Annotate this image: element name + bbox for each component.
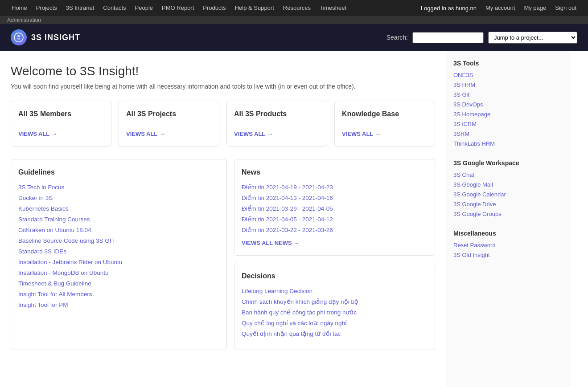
card-projects-title: All 3S Projects — [126, 110, 212, 118]
nav-intranet[interactable]: 3S Intranet — [62, 0, 99, 16]
search-input[interactable] — [412, 32, 484, 43]
sidebar-tool-3srm[interactable]: 3SRM — [453, 130, 469, 137]
sidebar-misc-oldinsight[interactable]: 3S Old Insight — [453, 252, 490, 258]
card-products: All 3S Products VIEWS ALL → — [226, 101, 327, 147]
news-title: News — [242, 168, 428, 176]
guideline-item-1[interactable]: Docker in 3S — [18, 195, 53, 201]
nav-home[interactable]: Home — [7, 0, 32, 16]
decision-item-3[interactable]: Quy chế log nghỉ và các loại ngày nghỉ — [242, 320, 347, 326]
sidebar-workspace-drive[interactable]: 3S Google Drive — [453, 201, 496, 208]
guideline-item-0[interactable]: 3S Tech in Focus — [18, 184, 64, 191]
sidebar-tool-icrm[interactable]: 3S iCRM — [453, 121, 477, 127]
decision-item-4[interactable]: Quyết định nhận quà tặng từ đối tác — [242, 330, 341, 337]
decision-item-1[interactable]: Chính sách khuyến khích giảng dạy nội bộ — [242, 298, 358, 305]
nav-products[interactable]: Products — [198, 0, 230, 16]
news-item-0[interactable]: Điểm tin 2021-04-19 - 2021-04-23 — [242, 184, 333, 191]
nav-contacts[interactable]: Contacts — [99, 0, 130, 16]
sidebar-workspace-calendar[interactable]: 3S Google Calendar — [453, 191, 506, 198]
decisions-title: Decisions — [242, 272, 428, 280]
news-box: News Điểm tin 2021-04-19 - 2021-04-23 Đi… — [234, 159, 435, 256]
two-col-section: Guidelines 3S Tech in Focus Docker in 3S… — [11, 159, 435, 350]
my-account-link[interactable]: My account — [481, 0, 519, 16]
my-page-link[interactable]: My page — [519, 0, 551, 16]
content-area: Welcome to 3S Insight! You will soon fin… — [0, 51, 446, 387]
guideline-item-2[interactable]: Kubernetes Basics — [18, 205, 69, 212]
sidebar-tool-git[interactable]: 3S Git — [453, 91, 469, 98]
logo-icon — [11, 29, 27, 45]
guideline-item-3[interactable]: Standard Training Courses — [18, 216, 90, 223]
news-list: Điểm tin 2021-04-19 - 2021-04-23 Điểm ti… — [242, 183, 428, 233]
news-item-3[interactable]: Điểm tin 2021-04-05 - 2021-04-12 — [242, 216, 333, 223]
right-column: News Điểm tin 2021-04-19 - 2021-04-23 Đi… — [234, 159, 435, 350]
guideline-item-10[interactable]: Insight Tool for All Members — [18, 291, 92, 297]
sidebar-misc-section: Miscellaneous Reset Password 3S Old Insi… — [453, 230, 563, 258]
nav-help[interactable]: Help & Support — [230, 0, 279, 16]
sidebar-workspace-mail[interactable]: 3S Google Mail — [453, 181, 493, 188]
top-nav-right: Logged in as hung.nn My account My page … — [416, 0, 581, 16]
welcome-title: Welcome to 3S Insight! — [11, 64, 435, 78]
news-item-2[interactable]: Điểm tin 2021-03-29 - 2021-04-05 — [242, 205, 333, 212]
sign-out-link[interactable]: Sign out — [551, 0, 581, 16]
sidebar: 3S Tools ONE3S 3S HRM 3S Git 3S DevOps 3… — [446, 51, 571, 387]
news-item-1[interactable]: Điểm tin 2021-04-13 - 2021-04-16 — [242, 195, 333, 201]
sidebar-tool-thinklabs[interactable]: ThinkLabs HRM — [453, 140, 495, 147]
site-logo[interactable]: 3S INSIGHT — [11, 29, 80, 45]
news-item-4[interactable]: Điểm tin 2021-03-22 - 2021-03-26 — [242, 227, 333, 233]
sidebar-misc-reset[interactable]: Reset Password — [453, 242, 496, 248]
site-header: 3S INSIGHT Search: Jump to a project... — [0, 24, 588, 51]
sidebar-tools-section: 3S Tools ONE3S 3S HRM 3S Git 3S DevOps 3… — [453, 60, 563, 147]
cards-row: All 3S Members VIEWS ALL → All 3S Projec… — [11, 101, 435, 147]
sidebar-tool-hrm[interactable]: 3S HRM — [453, 81, 475, 88]
sidebar-tools-list: ONE3S 3S HRM 3S Git 3S DevOps 3S Homepag… — [453, 71, 563, 147]
sidebar-workspace-chat[interactable]: 3S Chat — [453, 171, 474, 178]
guideline-item-4[interactable]: GitKraken on Ubuntu 18.04 — [18, 227, 91, 233]
sidebar-workspace-section: 3S Google Workspace 3S Chat 3S Google Ma… — [453, 159, 563, 217]
sidebar-tool-homepage[interactable]: 3S Homepage — [453, 111, 490, 118]
nav-pmo[interactable]: PMO Report — [157, 0, 198, 16]
card-projects: All 3S Projects VIEWS ALL → — [119, 101, 219, 147]
sidebar-workspace-title: 3S Google Workspace — [453, 159, 563, 167]
guidelines-box: Guidelines 3S Tech in Focus Docker in 3S… — [11, 159, 227, 350]
card-products-link[interactable]: VIEWS ALL → — [234, 130, 320, 137]
card-products-title: All 3S Products — [234, 110, 320, 118]
guideline-item-11[interactable]: Insight Tool for PM — [18, 301, 68, 308]
guideline-item-5[interactable]: Baseline Source Code using 3S GIT — [18, 237, 115, 244]
nav-people[interactable]: People — [131, 0, 157, 16]
welcome-subtitle: You will soon find yourself like being a… — [11, 83, 435, 90]
guideline-item-9[interactable]: Timesheet & Bug Guideline — [18, 280, 91, 287]
decision-item-2[interactable]: Ban hành quy chế công tác phí trong nước — [242, 309, 357, 316]
decision-item-0[interactable]: Lifelong Learning Decision — [242, 288, 313, 294]
card-members: All 3S Members VIEWS ALL → — [11, 101, 111, 147]
nav-resources[interactable]: Resources — [279, 0, 315, 16]
decisions-list: Lifelong Learning Decision Chính sách kh… — [242, 287, 428, 337]
card-members-link[interactable]: VIEWS ALL → — [18, 130, 104, 137]
sidebar-tools-title: 3S Tools — [453, 60, 563, 67]
card-projects-link[interactable]: VIEWS ALL → — [126, 130, 212, 137]
guideline-item-6[interactable]: Standard 3S IDEs — [18, 248, 66, 255]
card-knowledge-link[interactable]: VIEWS ALL → — [342, 130, 428, 137]
logged-in-label: Logged in as hung.nn — [416, 5, 481, 12]
svg-point-0 — [14, 33, 23, 42]
search-area: Search: Jump to a project... — [387, 32, 577, 44]
sidebar-workspace-groups[interactable]: 3S Google Groups — [453, 211, 502, 217]
project-select[interactable]: Jump to a project... — [488, 32, 577, 44]
main-wrapper: Welcome to 3S Insight! You will soon fin… — [0, 51, 588, 387]
admin-label: Administration — [7, 17, 41, 23]
card-knowledge: Knowledge Base VIEWS ALL → — [334, 101, 435, 147]
search-label: Search: — [387, 34, 408, 41]
nav-timesheet[interactable]: Timesheet — [315, 0, 351, 16]
sidebar-misc-title: Miscellaneous — [453, 230, 563, 237]
nav-projects[interactable]: Projects — [32, 0, 62, 16]
card-knowledge-title: Knowledge Base — [342, 110, 428, 118]
card-members-title: All 3S Members — [18, 110, 104, 118]
guideline-item-8[interactable]: Installation - MongoDB on Ubuntu — [18, 269, 109, 276]
sidebar-workspace-list: 3S Chat 3S Google Mail 3S Google Calenda… — [453, 171, 563, 217]
views-all-news-link[interactable]: VIEWS ALL NEWS → — [242, 240, 428, 246]
guidelines-list: 3S Tech in Focus Docker in 3S Kubernetes… — [18, 183, 219, 308]
site-title: 3S INSIGHT — [31, 33, 80, 42]
sidebar-misc-list: Reset Password 3S Old Insight — [453, 241, 563, 258]
sidebar-tool-devops[interactable]: 3S DevOps — [453, 101, 483, 108]
guideline-item-7[interactable]: Installation - Jetbrains Rider on Ubuntu — [18, 259, 122, 265]
guidelines-title: Guidelines — [18, 168, 219, 176]
sidebar-tool-one3s[interactable]: ONE3S — [453, 72, 473, 78]
